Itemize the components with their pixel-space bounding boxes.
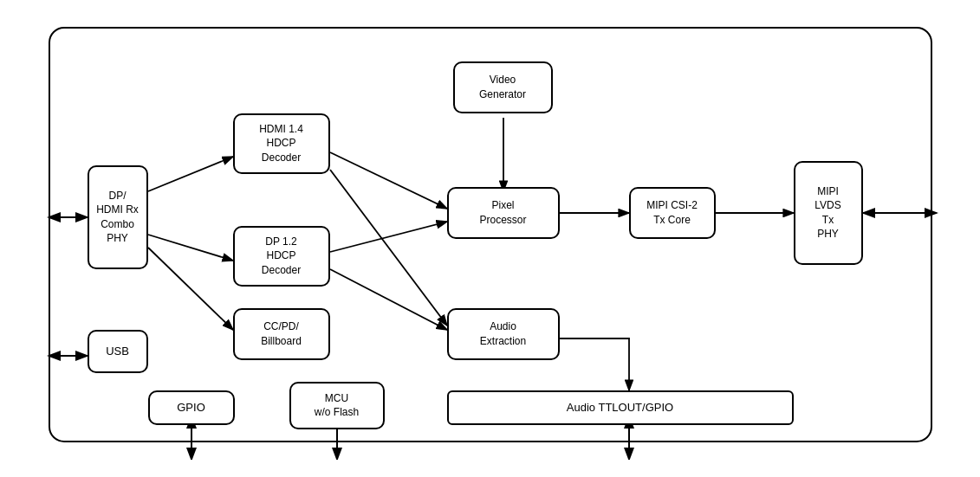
usb-block: USB [88, 330, 148, 373]
audio-ext-block: Audio Extraction [447, 308, 560, 360]
mcu-block: MCU w/o Flash [289, 382, 385, 429]
diagram-wrapper: DP/ HDMI Rx Combo PHY USB HDMI 1.4 HDCP … [23, 18, 958, 460]
mipi-lvds-block: MIPI LVDS Tx PHY [794, 161, 863, 265]
audio-ttl-block: Audio TTLOUT/GPIO [447, 390, 794, 425]
cc-pd-block: CC/PD/ Billboard [233, 308, 330, 360]
dp-hdmi-block: DP/ HDMI Rx Combo PHY [88, 165, 148, 269]
hdmi-decoder-block: HDMI 1.4 HDCP Decoder [233, 113, 330, 174]
mipi-csi-block: MIPI CSI-2 Tx Core [629, 187, 716, 239]
video-gen-block: Video Generator [453, 61, 553, 113]
pixel-proc-block: Pixel Processor [447, 187, 560, 239]
gpio-block: GPIO [148, 390, 235, 425]
dp-decoder-block: DP 1.2 HDCP Decoder [233, 226, 330, 287]
